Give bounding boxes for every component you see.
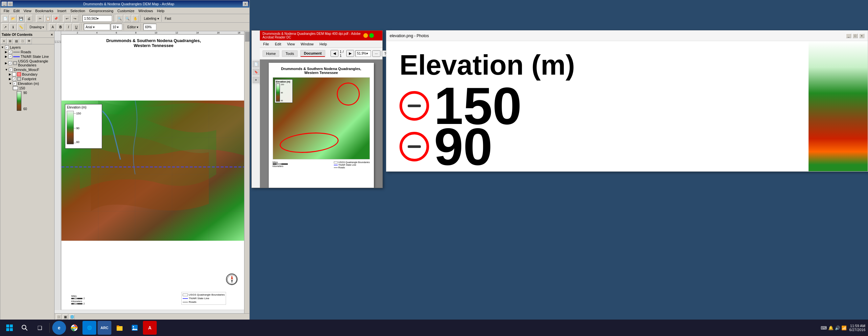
acrobat-home-btn[interactable]: Home	[262, 50, 279, 57]
menu-help[interactable]: Help	[155, 8, 166, 13]
pan-btn[interactable]: ✋	[132, 15, 139, 22]
new-btn[interactable]: 📄	[2, 15, 9, 22]
cut-btn[interactable]: ✂	[36, 15, 44, 22]
roads-checkbox[interactable]	[8, 50, 12, 54]
acrobat-sidebar-layers[interactable]: ≡	[253, 77, 259, 83]
measure-btn[interactable]: 📏	[18, 23, 25, 31]
acrobat-next-page-btn[interactable]: ▶	[346, 50, 354, 57]
acrobat-menu-window[interactable]: Window	[299, 41, 315, 47]
taskbar-files-btn[interactable]	[113, 321, 126, 335]
undo-btn[interactable]: ↩	[63, 15, 71, 22]
fontsize-dropdown[interactable]: 10 ▾	[111, 24, 122, 30]
taskbar-acrobat-btn[interactable]: A	[143, 321, 157, 335]
clock[interactable]: 11:59 AM 6/27/2016	[849, 324, 865, 332]
stateline-checkbox[interactable]	[8, 55, 12, 58]
text-btn[interactable]: A	[49, 23, 56, 31]
acrobat-menu-edit[interactable]: Edit	[274, 41, 283, 47]
menu-file[interactable]: File	[2, 8, 11, 13]
drmnds-expand-icon[interactable]: ▼	[5, 68, 8, 71]
boundary-checkbox[interactable]	[12, 72, 16, 76]
toc-close-icon[interactable]: ×	[51, 32, 53, 36]
font-dropdown[interactable]: Arial ▾	[84, 24, 110, 30]
toc-filter-btn[interactable]: ▤	[13, 38, 20, 44]
elevation-expand-icon[interactable]: ▼	[9, 82, 12, 85]
arcgis-close-btn[interactable]: ×	[243, 2, 248, 6]
acrobat-document-btn[interactable]: Document	[300, 50, 325, 57]
elevation-checkbox[interactable]	[13, 82, 17, 85]
acrobat-tools-btn[interactable]: Tools	[282, 50, 298, 57]
acrobat-maximize-btn[interactable]	[369, 33, 374, 38]
tray-network-icon[interactable]: 📶	[841, 326, 847, 330]
menu-bookmarks[interactable]: Bookmarks	[33, 8, 55, 13]
drmnds-checkbox[interactable]	[9, 68, 13, 72]
zoom-display[interactable]: 69%	[143, 24, 156, 30]
acrobat-menu-help[interactable]: Help	[318, 41, 328, 47]
photos-minimize-btn[interactable]: _	[846, 33, 851, 38]
scale-dropdown[interactable]: 1:50,563▾	[83, 15, 112, 22]
taskbar-arcgis-btn[interactable]: ARC	[98, 321, 112, 335]
acrobat-minimize-btn[interactable]	[363, 33, 368, 38]
zoom-out-btn[interactable]: 🔍	[124, 15, 131, 22]
print-btn[interactable]: 🖨	[25, 15, 33, 22]
bold-btn[interactable]: B	[57, 23, 64, 31]
acrobat-sidebar-pages[interactable]: 📄	[253, 61, 259, 67]
taskbar-search-btn[interactable]	[18, 321, 32, 335]
boundary-expand-icon[interactable]: ▶	[9, 73, 11, 76]
acrobat-content[interactable]: Drummonds & Southern Nodena Quadrangles,…	[260, 59, 382, 188]
menu-windows[interactable]: Windows	[136, 8, 155, 13]
taskbar-photos-btn[interactable]	[128, 321, 142, 335]
menu-view[interactable]: View	[22, 8, 33, 13]
menu-edit[interactable]: Edit	[11, 8, 22, 13]
taskbar-taskview-btn[interactable]: ❑	[33, 321, 46, 335]
tray-notification-icon[interactable]: 🔔	[828, 326, 834, 330]
layers-expand-icon[interactable]: ▼	[1, 46, 4, 49]
acrobat-prev-page-btn[interactable]: ◀	[331, 50, 338, 57]
acrobat-close-btn[interactable]	[375, 33, 380, 38]
menu-geoprocessing[interactable]: Geoprocessing	[87, 8, 115, 13]
layout-btn[interactable]: □	[56, 314, 61, 319]
italic-btn[interactable]: I	[65, 23, 72, 31]
arcgis-maximize-btn[interactable]: □	[7, 2, 13, 6]
taskbar-windows-btn[interactable]	[3, 321, 17, 335]
copy-btn[interactable]: 📋	[44, 15, 52, 22]
arcgis-minimize-btn[interactable]: _	[2, 2, 7, 6]
identify-btn[interactable]: ℹ	[9, 23, 17, 31]
photos-close-btn[interactable]: ×	[859, 33, 864, 38]
select-btn[interactable]: ↗	[2, 23, 9, 31]
acrobat-menu-view[interactable]: View	[286, 41, 296, 47]
layers-checkbox[interactable]	[5, 45, 9, 49]
acrobat-zoom-dropdown[interactable]: 51.9%▾	[355, 50, 371, 57]
zoom-in-btn[interactable]: 🔍	[116, 15, 123, 22]
paste-btn[interactable]: 📌	[52, 15, 59, 22]
map-scrollbar-vertical[interactable]	[244, 31, 249, 313]
acrobat-menu-file[interactable]: File	[262, 41, 270, 47]
menu-insert[interactable]: Insert	[55, 8, 68, 13]
map-canvas[interactable]: Drummonds & Southern Nodena Quadrangles,…	[61, 34, 246, 310]
acrobat-sidebar-bookmarks[interactable]: 🔖	[253, 69, 259, 75]
data-view-btn[interactable]: ▦	[63, 314, 68, 319]
redo-btn[interactable]: ↪	[71, 15, 79, 22]
tray-sound-icon[interactable]: 🔊	[835, 326, 840, 330]
taskbar-globe-btn[interactable]: 🌐	[83, 321, 96, 335]
stateline-expand-icon[interactable]: ▶	[5, 55, 7, 58]
taskbar-chrome-btn[interactable]	[67, 321, 81, 335]
footprint-expand-icon[interactable]: ▶	[9, 77, 11, 81]
menu-selection[interactable]: Selection	[68, 8, 87, 13]
photos-maximize-btn[interactable]: □	[852, 33, 858, 38]
open-btn[interactable]: 📂	[9, 15, 17, 22]
tray-keyboard-icon[interactable]: ⌨	[821, 326, 827, 330]
roads-expand-icon[interactable]: ▶	[5, 50, 7, 54]
taskbar-edge-btn[interactable]: e	[52, 321, 66, 335]
toc-options-btn[interactable]: ⊞	[7, 38, 13, 44]
usgs-checkbox[interactable]	[8, 61, 12, 65]
underline-btn[interactable]: U	[72, 23, 80, 31]
footprint-checkbox[interactable]	[12, 77, 16, 81]
menu-customize[interactable]: Customize	[115, 8, 136, 13]
acrobat-more-btn[interactable]: ···	[372, 50, 380, 57]
globe-btn[interactable]: 🌐	[69, 314, 74, 319]
toc-vis-btn[interactable]: 👁	[26, 38, 32, 44]
save-btn[interactable]: 💾	[18, 15, 25, 22]
usgs-expand-icon[interactable]: ▶	[5, 61, 7, 65]
toc-source-btn[interactable]: □	[20, 38, 26, 44]
toc-list-btn[interactable]: ≡	[1, 38, 7, 44]
